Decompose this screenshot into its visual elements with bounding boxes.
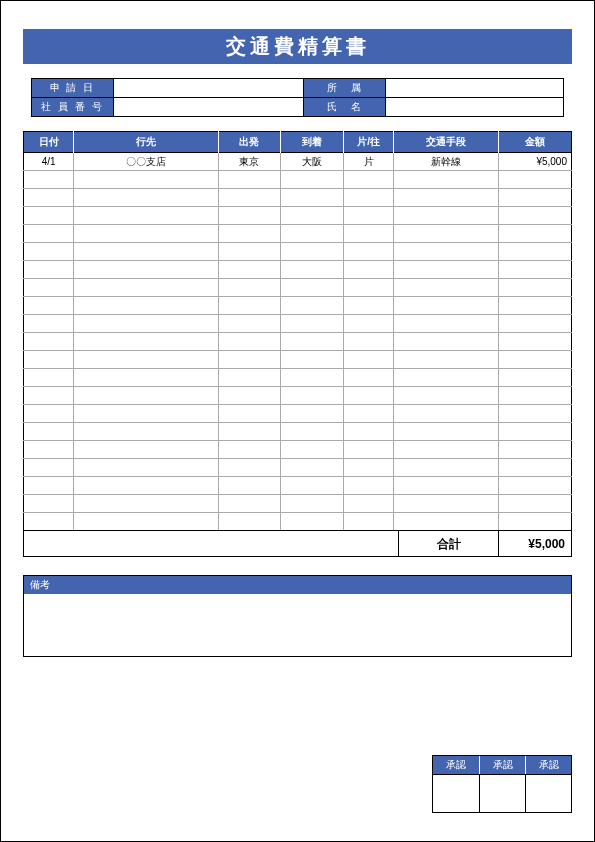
value-application-date[interactable]: [114, 79, 304, 97]
cell-arrival[interactable]: [281, 189, 344, 207]
cell-departure[interactable]: [218, 279, 281, 297]
cell-departure[interactable]: [218, 459, 281, 477]
cell-oneway_round[interactable]: [343, 171, 393, 189]
cell-amount[interactable]: [498, 441, 571, 459]
cell-oneway_round[interactable]: [343, 405, 393, 423]
cell-date[interactable]: [24, 495, 74, 513]
cell-destination[interactable]: [74, 279, 218, 297]
cell-transport[interactable]: [394, 459, 499, 477]
cell-oneway_round[interactable]: [343, 441, 393, 459]
cell-destination[interactable]: [74, 225, 218, 243]
cell-transport[interactable]: [394, 369, 499, 387]
cell-departure[interactable]: [218, 405, 281, 423]
cell-destination[interactable]: [74, 333, 218, 351]
cell-date[interactable]: [24, 225, 74, 243]
cell-destination[interactable]: [74, 387, 218, 405]
cell-date[interactable]: [24, 333, 74, 351]
cell-arrival[interactable]: [281, 171, 344, 189]
cell-date[interactable]: [24, 459, 74, 477]
cell-oneway_round[interactable]: 片: [343, 153, 393, 171]
cell-destination[interactable]: [74, 297, 218, 315]
cell-amount[interactable]: [498, 333, 571, 351]
cell-date[interactable]: [24, 441, 74, 459]
cell-destination[interactable]: [74, 477, 218, 495]
cell-departure[interactable]: [218, 351, 281, 369]
cell-oneway_round[interactable]: [343, 225, 393, 243]
cell-oneway_round[interactable]: [343, 279, 393, 297]
cell-amount[interactable]: [498, 225, 571, 243]
cell-oneway_round[interactable]: [343, 261, 393, 279]
cell-date[interactable]: [24, 261, 74, 279]
cell-departure[interactable]: 東京: [218, 153, 281, 171]
cell-amount[interactable]: [498, 279, 571, 297]
cell-transport[interactable]: [394, 261, 499, 279]
cell-arrival[interactable]: [281, 423, 344, 441]
approval-stamp-2[interactable]: [479, 774, 525, 812]
cell-transport[interactable]: [394, 423, 499, 441]
cell-destination[interactable]: [74, 513, 218, 531]
cell-destination[interactable]: [74, 351, 218, 369]
cell-date[interactable]: [24, 243, 74, 261]
cell-date[interactable]: [24, 351, 74, 369]
value-name[interactable]: [386, 98, 563, 116]
cell-oneway_round[interactable]: [343, 189, 393, 207]
cell-transport[interactable]: [394, 207, 499, 225]
cell-date[interactable]: [24, 387, 74, 405]
cell-amount[interactable]: [498, 243, 571, 261]
cell-transport[interactable]: [394, 477, 499, 495]
cell-transport[interactable]: [394, 495, 499, 513]
cell-arrival[interactable]: [281, 441, 344, 459]
cell-departure[interactable]: [218, 441, 281, 459]
cell-amount[interactable]: ¥5,000: [498, 153, 571, 171]
cell-amount[interactable]: [498, 477, 571, 495]
cell-departure[interactable]: [218, 513, 281, 531]
cell-amount[interactable]: [498, 495, 571, 513]
cell-arrival[interactable]: [281, 333, 344, 351]
cell-transport[interactable]: [394, 513, 499, 531]
cell-departure[interactable]: [218, 369, 281, 387]
cell-arrival[interactable]: 大阪: [281, 153, 344, 171]
cell-transport[interactable]: [394, 279, 499, 297]
cell-arrival[interactable]: [281, 315, 344, 333]
cell-amount[interactable]: [498, 405, 571, 423]
cell-transport[interactable]: [394, 405, 499, 423]
cell-date[interactable]: [24, 207, 74, 225]
cell-transport[interactable]: [394, 189, 499, 207]
cell-arrival[interactable]: [281, 387, 344, 405]
cell-destination[interactable]: [74, 315, 218, 333]
cell-destination[interactable]: [74, 243, 218, 261]
cell-transport[interactable]: [394, 171, 499, 189]
cell-date[interactable]: [24, 423, 74, 441]
cell-destination[interactable]: [74, 495, 218, 513]
value-employee-number[interactable]: [114, 98, 304, 116]
cell-arrival[interactable]: [281, 369, 344, 387]
cell-departure[interactable]: [218, 189, 281, 207]
cell-amount[interactable]: [498, 513, 571, 531]
cell-destination[interactable]: 〇〇支店: [74, 153, 218, 171]
cell-date[interactable]: [24, 513, 74, 531]
cell-amount[interactable]: [498, 261, 571, 279]
cell-arrival[interactable]: [281, 477, 344, 495]
cell-transport[interactable]: [394, 315, 499, 333]
cell-date[interactable]: [24, 477, 74, 495]
cell-amount[interactable]: [498, 171, 571, 189]
cell-destination[interactable]: [74, 369, 218, 387]
cell-date[interactable]: [24, 405, 74, 423]
cell-date[interactable]: [24, 369, 74, 387]
cell-transport[interactable]: [394, 297, 499, 315]
cell-amount[interactable]: [498, 351, 571, 369]
cell-destination[interactable]: [74, 261, 218, 279]
cell-amount[interactable]: [498, 369, 571, 387]
cell-destination[interactable]: [74, 171, 218, 189]
cell-departure[interactable]: [218, 207, 281, 225]
cell-amount[interactable]: [498, 459, 571, 477]
cell-oneway_round[interactable]: [343, 387, 393, 405]
cell-destination[interactable]: [74, 423, 218, 441]
cell-departure[interactable]: [218, 333, 281, 351]
cell-oneway_round[interactable]: [343, 351, 393, 369]
cell-oneway_round[interactable]: [343, 243, 393, 261]
cell-amount[interactable]: [498, 423, 571, 441]
cell-oneway_round[interactable]: [343, 369, 393, 387]
cell-arrival[interactable]: [281, 297, 344, 315]
cell-departure[interactable]: [218, 387, 281, 405]
